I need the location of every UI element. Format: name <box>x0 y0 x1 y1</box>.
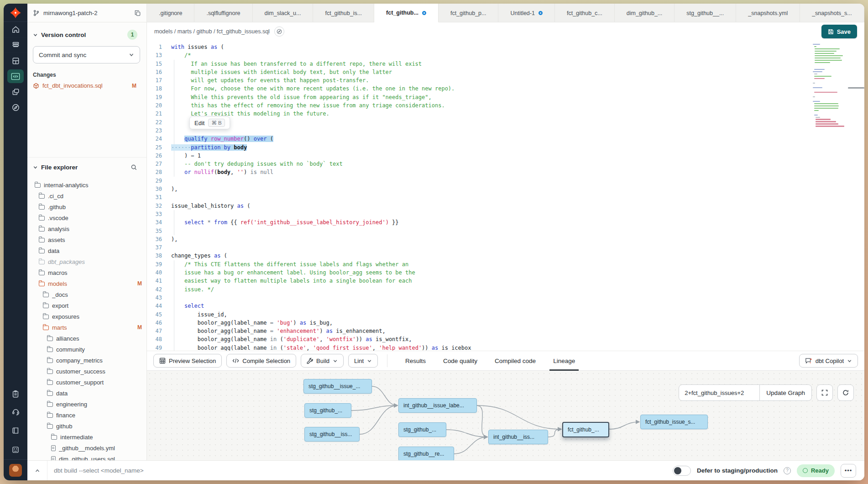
jobs-clipboard-icon[interactable] <box>4 386 27 402</box>
file-explorer-header[interactable]: File explorer <box>27 158 146 175</box>
defer-toggle[interactable] <box>673 466 691 476</box>
tab-_snapshots_s[interactable]: _snapshots_s... <box>800 4 864 22</box>
folder-icon <box>47 402 53 407</box>
folder-icon <box>35 183 41 188</box>
panel-tab-compiled-code[interactable]: Compiled code <box>493 351 538 371</box>
file-tree-item[interactable]: analysis <box>27 223 146 234</box>
code-token: will get updates for events that happen … <box>171 77 369 84</box>
dbt-copilot-button[interactable]: dbt Copilot <box>799 354 858 368</box>
code-editor[interactable]: 1with issues as (13 /*15 If an issue has… <box>147 40 864 351</box>
tab-dim_github_[interactable]: dim_github_... <box>615 4 675 22</box>
file-tree-item[interactable]: dbt_packages <box>27 256 146 267</box>
lineage-node[interactable]: stg_github__issue_... <box>303 379 372 394</box>
refresh-button[interactable] <box>837 384 854 401</box>
lineage-node[interactable]: stg_github__re... <box>398 447 454 460</box>
panel-tab-code-quality[interactable]: Code quality <box>441 351 479 371</box>
file-tree-item[interactable]: .ci_cd <box>27 190 146 201</box>
lint-button[interactable]: Lint <box>348 354 378 368</box>
code-token: issue has a bug or enhancement label. Us… <box>171 269 415 276</box>
version-control-header[interactable]: Version control 1 <box>27 22 146 43</box>
file-tree-item[interactable]: _github__models.yml <box>27 442 146 453</box>
preview-selection-button[interactable]: Preview Selection <box>153 354 222 368</box>
code-line: 29 <box>147 177 864 185</box>
lineage-node[interactable]: int_github__issue_labe... <box>398 398 477 413</box>
node-selector-input[interactable]: 2+fct_github_issues+2 <box>679 385 759 400</box>
panel-tab-results[interactable]: Results <box>403 351 428 371</box>
tab-fct_github_c[interactable]: fct_github_c... <box>555 4 615 22</box>
more-options-button[interactable]: ••• <box>841 464 856 478</box>
lineage-node[interactable]: stg_github_... <box>304 403 351 418</box>
docs-compass-icon[interactable] <box>4 100 27 115</box>
line-number: 26 <box>147 152 168 160</box>
file-tree-item[interactable]: community <box>27 344 146 355</box>
file-tree-item[interactable]: modelsM <box>27 278 146 289</box>
search-icon[interactable] <box>131 164 137 171</box>
file-tree-item[interactable]: macros <box>27 267 146 278</box>
code-token: issue. */ <box>171 286 214 293</box>
file-tree-item[interactable]: .github <box>27 201 146 212</box>
scroll-position-marker[interactable] <box>848 87 864 89</box>
tab-gitignore[interactable]: .gitignore <box>147 4 194 22</box>
lineage-node[interactable]: stg_github_... <box>398 422 446 437</box>
build-button[interactable]: Build <box>301 354 344 368</box>
save-button[interactable]: Save <box>821 25 857 38</box>
file-tree-item[interactable]: alliances <box>27 333 146 344</box>
file-tree-item[interactable]: assets <box>27 234 146 245</box>
lineage-node[interactable]: int_github__iss... <box>488 430 548 444</box>
command-input[interactable]: dbt build --select <model_name> <box>54 467 144 474</box>
projects-icon[interactable] <box>4 37 27 53</box>
user-avatar[interactable] <box>9 464 22 477</box>
file-tree-item[interactable]: data <box>27 388 146 399</box>
keyboard-icon[interactable] <box>4 440 27 459</box>
file-tree-item[interactable]: intermediate <box>27 431 146 442</box>
file-tree-item[interactable]: data <box>27 245 146 256</box>
dashboard-icon[interactable] <box>4 53 27 68</box>
file-tree-item[interactable]: customer_support <box>27 377 146 388</box>
edit-tooltip[interactable]: Edit ⌘ B <box>189 116 230 129</box>
tab-sqlfluffignore[interactable]: .sqlfluffignore <box>194 4 252 22</box>
code-editor-icon[interactable] <box>4 68 27 84</box>
fullscreen-button[interactable] <box>816 384 833 401</box>
file-tree-item[interactable]: engineering <box>27 399 146 410</box>
panel-tab-lineage[interactable]: Lineage <box>551 351 577 371</box>
help-icon[interactable]: ? <box>784 467 791 474</box>
file-tree-item[interactable]: finance <box>27 410 146 421</box>
commit-and-sync-button[interactable]: Commit and sync <box>33 46 140 63</box>
tab-stg_github__[interactable]: stg_github__... <box>675 4 736 22</box>
file-tree-item[interactable]: martsM <box>27 322 146 333</box>
code-token: ) <box>171 153 191 159</box>
file-tree-item[interactable]: internal-analytics <box>27 179 146 190</box>
home-icon[interactable] <box>4 22 27 37</box>
collapse-panel-button[interactable] <box>27 461 47 480</box>
support-headset-icon[interactable] <box>4 402 27 421</box>
open-in-docs-icon[interactable] <box>274 26 284 37</box>
tab-dim_slack_u[interactable]: dim_slack_u... <box>253 4 314 22</box>
file-tree-item[interactable]: exposures <box>27 311 146 322</box>
file-tree-item[interactable]: company_metrics <box>27 355 146 366</box>
documentation-book-icon[interactable] <box>4 421 27 440</box>
lineage-node[interactable]: fct_github_issue_s... <box>640 415 708 429</box>
environments-icon[interactable] <box>4 84 27 100</box>
minimap[interactable] <box>813 44 844 128</box>
tab-Untitled-1[interactable]: Untitled-1 <box>498 4 555 22</box>
lineage-node[interactable]: fct_github_... <box>562 422 609 437</box>
copy-icon[interactable] <box>134 10 141 16</box>
tab-_snapshotsyml[interactable]: _snapshots.yml <box>736 4 800 22</box>
file-tree-item[interactable]: dim_github_users.sql <box>27 453 146 460</box>
changed-file-row[interactable]: fct_dbt_invocations.sql M <box>27 80 146 91</box>
dbt-logo-icon[interactable] <box>4 4 27 22</box>
command-bar: dbt build --select <model_name> Defer to… <box>27 460 864 480</box>
file-tree-item[interactable]: customer_success <box>27 366 146 377</box>
compile-selection-button[interactable]: Compile Selection <box>226 354 296 368</box>
code-token: , <box>319 336 326 342</box>
file-tree-item[interactable]: _docs <box>27 289 146 300</box>
update-graph-button[interactable]: Update Graph <box>759 385 811 400</box>
file-tree-item[interactable]: export <box>27 300 146 311</box>
tab-fct_github[interactable]: fct_github... <box>374 4 439 22</box>
ready-label: Ready <box>811 467 829 474</box>
file-tree-item[interactable]: .vscode <box>27 212 146 223</box>
file-tree-item[interactable]: github <box>27 421 146 431</box>
tab-fct_github_p[interactable]: fct_github_p... <box>439 4 499 22</box>
tab-fct_github_is[interactable]: fct_github_is... <box>313 4 374 22</box>
lineage-node[interactable]: stg_github__iss... <box>304 427 360 442</box>
